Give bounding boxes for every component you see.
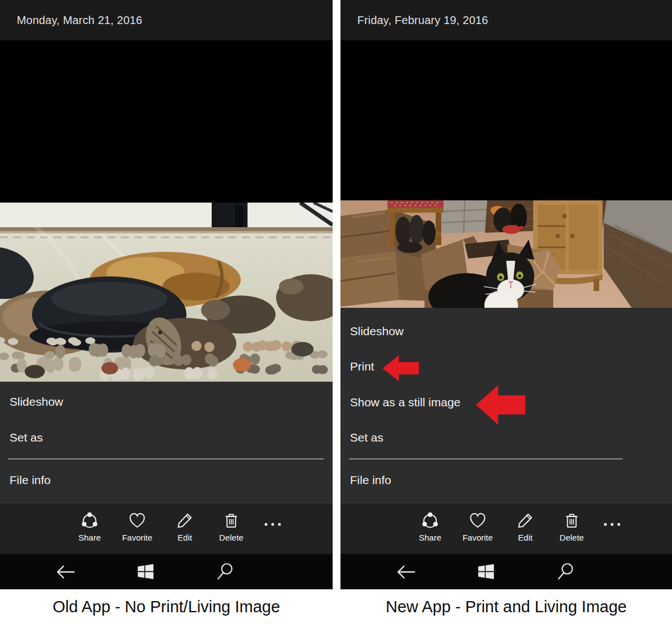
date-header: Monday, March 21, 2016 — [0, 0, 333, 40]
menu-item-set-as[interactable]: Set as — [350, 429, 384, 446]
delete-button[interactable]: Delete — [548, 510, 595, 542]
search-button[interactable] — [547, 554, 583, 589]
back-icon — [53, 562, 78, 582]
edit-label: Edit — [502, 533, 549, 542]
share-button[interactable]: Share — [407, 510, 454, 542]
caption-strip: Old App - No Print/Living Image New App … — [0, 589, 672, 624]
menu-item-slideshow[interactable]: Slideshow — [350, 323, 404, 340]
date-header-label: Monday, March 21, 2016 — [17, 14, 142, 27]
left-phone-screenshot: Monday, March 21, 2016 — [0, 0, 333, 589]
favorite-label: Favorite — [114, 533, 161, 542]
back-button[interactable] — [48, 554, 83, 589]
share-icon — [420, 510, 440, 531]
edit-label: Edit — [161, 533, 208, 542]
menu-divider — [8, 458, 324, 459]
share-button[interactable]: Share — [66, 510, 113, 542]
search-icon — [554, 561, 576, 583]
left-caption: Old App - No Print/Living Image — [0, 589, 333, 624]
windows-start-icon — [136, 562, 155, 581]
menu-divider — [349, 458, 623, 459]
search-button[interactable] — [207, 554, 242, 589]
app-bar: Share Favorite Edit — [0, 504, 333, 554]
favorite-button[interactable]: Favorite — [114, 510, 161, 542]
favorite-icon — [468, 510, 488, 531]
edit-button[interactable]: Edit — [161, 510, 208, 542]
windows-start-icon — [477, 562, 496, 581]
more-icon — [602, 522, 622, 527]
right-caption: New App - Print and Living Image — [340, 589, 672, 624]
still-image-annotation-arrow-icon — [476, 383, 525, 426]
context-menu: Slideshow Print Show as a still image Se… — [340, 308, 672, 504]
more-button[interactable] — [263, 519, 283, 529]
context-menu: Slideshow Set as File info — [0, 382, 333, 504]
delete-label: Delete — [208, 533, 255, 542]
start-button[interactable] — [128, 554, 164, 589]
share-icon — [80, 510, 100, 531]
edit-icon — [175, 510, 195, 531]
menu-item-slideshow[interactable]: Slideshow — [10, 393, 63, 410]
date-header-label: Friday, February 19, 2016 — [357, 14, 488, 27]
menu-item-file-info[interactable]: File info — [10, 472, 51, 489]
delete-label: Delete — [548, 533, 595, 542]
menu-item-file-info[interactable]: File info — [350, 472, 391, 489]
cat-photo — [340, 200, 672, 308]
start-button[interactable] — [468, 554, 504, 589]
more-button[interactable] — [602, 519, 622, 529]
photos-app-comparison: Monday, March 21, 2016 — [0, 0, 672, 624]
back-icon — [394, 562, 418, 582]
navigation-bar — [0, 554, 333, 589]
turtle-photo — [0, 203, 333, 382]
menu-item-print[interactable]: Print — [350, 358, 374, 375]
delete-button[interactable]: Delete — [208, 510, 255, 542]
turtle-photo-art — [0, 203, 333, 382]
menu-item-show-still-image[interactable]: Show as a still image — [350, 394, 460, 411]
favorite-icon — [127, 510, 147, 531]
delete-icon — [562, 510, 582, 531]
cat-photo-art — [340, 200, 672, 308]
more-icon — [263, 522, 283, 527]
search-icon — [214, 561, 235, 583]
favorite-label: Favorite — [454, 533, 501, 542]
back-button[interactable] — [388, 554, 424, 589]
right-phone-screenshot: Friday, February 19, 2016 — [340, 0, 672, 589]
edit-icon — [515, 510, 535, 531]
menu-item-set-as[interactable]: Set as — [10, 429, 43, 446]
navigation-bar — [340, 554, 672, 589]
panel-divider — [333, 0, 340, 624]
share-label: Share — [407, 533, 454, 542]
delete-icon — [221, 510, 241, 531]
print-annotation-arrow-icon — [382, 354, 419, 382]
date-header: Friday, February 19, 2016 — [340, 0, 672, 40]
share-label: Share — [66, 533, 113, 542]
favorite-button[interactable]: Favorite — [454, 510, 501, 542]
edit-button[interactable]: Edit — [502, 510, 549, 542]
app-bar: Share Favorite Edit — [340, 504, 672, 554]
